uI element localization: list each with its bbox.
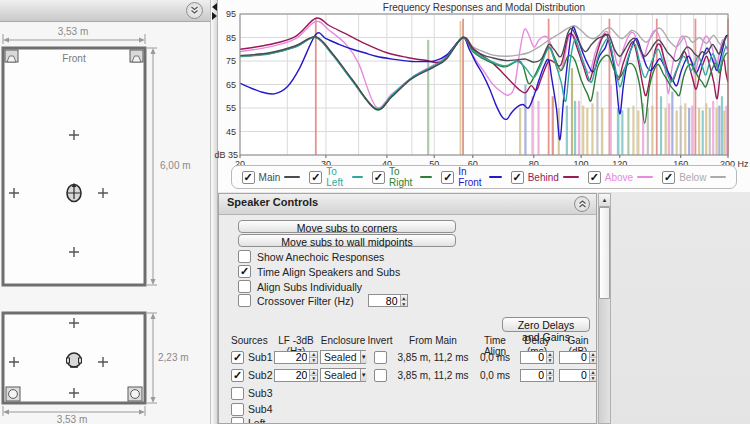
room-height-dimension (147, 48, 157, 285)
source-row-sub1: ✓Sub1▲▼Sealed▼3,85 m, 11,2 ms0,0 ms▲▼▲▼ (231, 349, 597, 365)
legend-line-swatch (352, 176, 363, 178)
legend-checkbox-in-front[interactable]: ✓ (441, 171, 454, 184)
spinner-down-icon[interactable]: ▼ (547, 357, 553, 363)
speaker-controls-title: Speaker Controls (227, 196, 318, 208)
source-row-sub2: ✓Sub2▲▼Sealed▼3,85 m, 11,2 ms0,0 ms▲▼▲▼ (231, 367, 597, 383)
enclosure-value: Sealed (321, 351, 360, 363)
invert-checkbox-sub2[interactable] (374, 369, 387, 382)
frequency-response-chart: Frequency Responses and Modal Distributi… (218, 0, 750, 192)
checkbox-label: Align Subs Individually (257, 281, 362, 293)
spinner-down-icon[interactable]: ▼ (590, 375, 596, 381)
option-row: Align Subs Individually (238, 280, 362, 293)
collapse-panel-button[interactable] (186, 2, 203, 19)
chart-plot-area: 958575655545dB 3520304050608010012016020… (218, 0, 750, 192)
checkbox-show-anechoic-responses[interactable] (238, 250, 251, 263)
source-checkbox-sub1[interactable]: ✓ (231, 351, 244, 364)
source-checkbox-sub3[interactable] (231, 387, 244, 400)
legend-checkbox-above[interactable]: ✓ (588, 171, 601, 184)
spinner-down-icon[interactable]: ▼ (310, 375, 317, 381)
lf-cutoff-spinner-sub1[interactable]: ▲▼ (274, 351, 318, 364)
legend-item-in-front: ✓In Front (441, 166, 501, 188)
spinner-down-icon[interactable]: ▼ (547, 375, 553, 381)
dropdown-arrow-icon[interactable]: ▼ (360, 351, 367, 363)
svg-text:45: 45 (226, 127, 236, 137)
delay-spinner-sub2[interactable]: ▲▼ (520, 369, 554, 382)
svg-text:75: 75 (226, 56, 236, 66)
legend-line-swatch (420, 176, 432, 178)
legend-label: Below (679, 172, 706, 183)
legend-checkbox-behind[interactable]: ✓ (511, 171, 524, 184)
sub1-speaker-icon[interactable] (5, 50, 18, 62)
gain-spinner-sub1[interactable]: ▲▼ (559, 351, 597, 364)
gain-spinner-sub2[interactable]: ▲▼ (559, 369, 597, 382)
speaker-controls-scrollbar[interactable]: ▲ (598, 193, 611, 424)
listener-head-icon-front[interactable] (67, 353, 82, 367)
enclosure-dropdown-sub2[interactable]: Sealed▼ (320, 368, 366, 382)
lf-cutoff-spinner-sub2-value[interactable] (275, 370, 309, 381)
legend-line-swatch (710, 176, 726, 178)
source-row-left: Left (231, 415, 597, 424)
delay-spinner-sub1[interactable]: ▲▼ (520, 351, 554, 364)
splitter-collapse-left-icon[interactable] (212, 3, 217, 11)
move-subs-to-wall-midpoints-button[interactable]: Move subs to wall midpoints (238, 234, 456, 247)
collapse-speaker-controls-button[interactable] (574, 196, 590, 212)
invert-checkbox-sub1[interactable] (374, 351, 387, 364)
zero-delays-and-gains-button[interactable]: Zero Delays and Gains (502, 317, 590, 332)
delay-spinner-sub2-value[interactable] (521, 370, 546, 381)
lf-cutoff-spinner-sub2[interactable]: ▲▼ (274, 369, 318, 382)
source-checkbox-left[interactable] (231, 417, 244, 424)
delay-spinner-sub1-value[interactable] (521, 352, 546, 363)
room-width-label: 3,53 m (58, 26, 89, 37)
legend-item-behind: ✓Behind (511, 171, 579, 184)
move-subs-to-corners-button[interactable]: Move subs to corners (238, 220, 456, 233)
svg-text:85: 85 (226, 33, 236, 43)
source-label: Sub4 (248, 403, 273, 415)
speaker-controls-header: Speaker Controls (219, 194, 596, 215)
legend-line-swatch (284, 176, 300, 178)
listener-head-icon-top[interactable] (67, 183, 81, 202)
room-length-label: 6,00 m (160, 160, 191, 171)
sub2-speaker-icon-front[interactable] (128, 387, 142, 401)
dropdown-arrow-icon[interactable]: ▼ (360, 369, 367, 381)
sub1-speaker-icon-front[interactable] (6, 387, 20, 401)
lf-cutoff-spinner-sub1-value[interactable] (275, 352, 309, 363)
gain-spinner-sub1-value[interactable] (560, 352, 589, 363)
crossover-frequency-spinner[interactable]: ▲▼ (368, 294, 408, 307)
svg-text:65: 65 (226, 80, 236, 90)
checkbox-label: Time Align Speakers and Subs (257, 266, 400, 278)
source-checkbox-sub2[interactable]: ✓ (231, 369, 244, 382)
legend-label: Main (259, 172, 281, 183)
option-row: Crossover Filter (Hz)▲▼ (238, 294, 408, 307)
legend-checkbox-below[interactable]: ✓ (662, 171, 675, 184)
legend-line-swatch (489, 176, 501, 178)
source-row-sub3: Sub3 (231, 385, 597, 401)
from-main-distance: 3,85 m, 11,2 ms (393, 370, 473, 381)
checkbox-align-subs-individually[interactable] (238, 280, 251, 293)
checkbox-time-align-speakers-and-subs[interactable]: ✓ (238, 265, 251, 278)
spinner-down-icon[interactable]: ▼ (590, 357, 596, 363)
room-view-panel: 3,53 m Front (0, 0, 210, 424)
legend-checkbox-main[interactable]: ✓ (242, 171, 255, 184)
panel-splitter[interactable] (210, 0, 218, 424)
legend-label: Behind (528, 172, 559, 183)
spinner-down-icon[interactable]: ▼ (401, 300, 407, 306)
svg-text:55: 55 (226, 103, 236, 113)
source-checkbox-sub4[interactable] (231, 403, 244, 416)
legend-label: Above (605, 172, 633, 183)
room-layout-drawing: 3,53 m Front (0, 22, 210, 424)
legend-checkbox-to-right[interactable]: ✓ (372, 171, 385, 184)
scroll-up-arrow[interactable]: ▲ (599, 194, 610, 207)
legend-checkbox-to-left[interactable]: ✓ (309, 171, 322, 184)
spinner-down-icon[interactable]: ▼ (310, 357, 317, 363)
splitter-expand-right-icon[interactable] (212, 12, 217, 20)
crossover-frequency-spinner-value[interactable] (369, 295, 400, 306)
gain-spinner-sub2-value[interactable] (560, 370, 589, 381)
legend-item-to-left: ✓To Left (309, 166, 363, 188)
enclosure-dropdown-sub1[interactable]: Sealed▼ (320, 350, 366, 364)
source-label: Left (248, 417, 266, 424)
scrollbar-thumb[interactable] (599, 207, 610, 299)
sub2-speaker-icon[interactable] (130, 50, 143, 62)
room2-height-label: 2,23 m (158, 352, 189, 363)
option-row: Show Anechoic Responses (238, 250, 384, 263)
checkbox-crossover-filter-hz-[interactable] (238, 294, 251, 307)
